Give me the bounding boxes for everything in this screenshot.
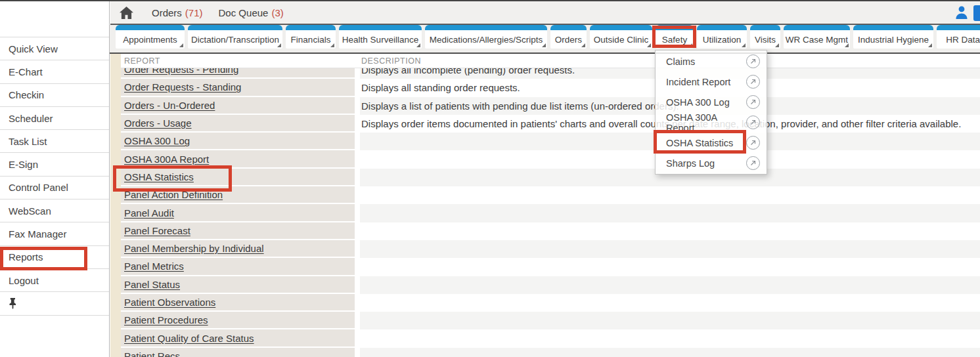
menu-item[interactable]: OSHA 300A Report — [656, 112, 767, 133]
tab-accent-bar — [937, 25, 980, 30]
sidebar-item[interactable]: E-Chart — [0, 60, 109, 83]
report-cell: Order Requests - Standing — [121, 79, 355, 96]
nav-tab[interactable]: Appointments — [116, 25, 185, 52]
sidebar-item[interactable]: Scheduler — [0, 107, 109, 130]
tab-accent-bar — [590, 25, 652, 30]
topbar: Orders (71) Doc Queue (3) — [110, 1, 980, 25]
report-link[interactable]: Panel Metrics — [124, 261, 184, 272]
menu-item[interactable]: Claims — [656, 51, 767, 72]
nav-tab[interactable]: Medications/Allergies/Scripts — [425, 25, 547, 52]
user-badge[interactable] — [973, 5, 980, 21]
nav-tab[interactable]: WR Case Mgmt — [784, 25, 850, 52]
sidebar-item-label: Checkin — [9, 89, 44, 100]
report-description — [360, 294, 980, 312]
tab-accent-bar — [550, 25, 587, 30]
nav-tab[interactable]: Industrial Hygiene — [853, 25, 933, 52]
sidebar-item[interactable]: Reports — [0, 246, 109, 269]
report-cell: OSHA 300A Report — [121, 150, 355, 168]
chevron-down-icon — [416, 43, 420, 47]
report-link[interactable]: Panel Forecast — [124, 225, 190, 236]
sidebar-item-label: Reports — [9, 251, 43, 262]
nav-tab[interactable]: Orders — [550, 25, 587, 52]
report-description — [360, 312, 980, 329]
report-cell: OSHA Statistics — [121, 169, 355, 186]
home-icon[interactable] — [120, 7, 133, 19]
open-in-new-icon[interactable] — [746, 54, 760, 68]
report-link[interactable]: Panel Membership by Individual — [124, 243, 264, 254]
sidebar-item[interactable]: Fax Manager — [0, 222, 109, 245]
report-link[interactable]: Panel Audit — [124, 207, 174, 219]
table-row: Orders - Un-Ordered Displays a list of p… — [121, 97, 980, 115]
nav-tab[interactable]: Health Surveillance — [339, 25, 422, 52]
menu-item-label: OSHA 300A Report — [666, 112, 746, 133]
sidebar-menu: Quick View E-Chart Checkin Scheduler Tas… — [0, 37, 109, 292]
nav-tab[interactable]: Financials — [286, 25, 336, 52]
sidebar-item[interactable]: E-Sign — [0, 153, 109, 176]
sidebar-item[interactable]: Checkin — [0, 84, 109, 107]
open-in-new-icon[interactable] — [746, 156, 760, 170]
column-gap — [355, 115, 360, 133]
chevron-down-icon — [845, 43, 849, 47]
pushpin-icon — [9, 298, 17, 309]
sidebar-item[interactable]: Logout — [0, 269, 109, 292]
sidebar-item[interactable]: WebScan — [0, 200, 109, 222]
report-link[interactable]: Patient Quality of Care Status — [124, 333, 254, 344]
open-in-new-icon[interactable] — [746, 95, 760, 109]
pin-button[interactable] — [0, 292, 109, 315]
report-link[interactable]: Orders - Usage — [124, 117, 192, 129]
table-row: Orders - Usage Displays order items docu… — [121, 115, 980, 133]
open-in-new-icon[interactable] — [746, 75, 760, 89]
sidebar-item[interactable]: Task List — [0, 130, 109, 153]
report-cell: Panel Metrics — [121, 258, 355, 276]
tab-accent-bar — [286, 25, 336, 30]
nav-tab[interactable]: HR Data Fe — [937, 25, 980, 52]
report-link[interactable]: Patient Recs — [124, 350, 180, 357]
report-description — [360, 276, 980, 294]
nav-tab[interactable]: Utilization — [697, 25, 747, 52]
nav-tab[interactable]: Safety — [656, 25, 694, 52]
nav-tab-label: Financials — [291, 35, 331, 45]
report-link[interactable]: Orders - Un-Ordered — [124, 100, 215, 111]
orders-queue-label: Orders — [152, 7, 182, 18]
report-description — [360, 186, 980, 204]
nav-tab-label: Health Surveillance — [342, 35, 418, 45]
report-column-header: REPORT — [121, 56, 360, 66]
sidebar-item-label: Task List — [9, 136, 47, 147]
report-cell: Panel Membership by Individual — [121, 240, 355, 258]
report-link[interactable]: Patient Procedures — [124, 314, 208, 326]
column-gap — [355, 97, 360, 115]
report-link[interactable]: OSHA Statistics — [124, 171, 194, 182]
menu-item[interactable]: Sharps Log — [656, 153, 767, 173]
table-row: OSHA Statistics — [121, 169, 980, 186]
report-link[interactable]: Panel Action Definition — [124, 189, 223, 200]
reports-table: REPORT DESCRIPTION Order Requests - Pend… — [121, 54, 980, 357]
report-link[interactable]: OSHA 300 Log — [124, 135, 190, 146]
doc-queue-tab[interactable]: Doc Queue (3) — [219, 7, 284, 18]
report-link[interactable]: Order Requests - Standing — [124, 81, 241, 93]
sidebar-item[interactable]: Control Panel — [0, 177, 109, 200]
table-row: Panel Action Definition — [121, 186, 980, 204]
report-link[interactable]: Panel Status — [124, 279, 180, 290]
report-cell: OSHA 300 Log — [121, 133, 355, 150]
nav-tab[interactable]: Outside Clinic — [590, 25, 652, 52]
report-description — [360, 329, 980, 347]
report-cell: Patient Procedures — [121, 312, 355, 329]
menu-item[interactable]: OSHA 300 Log — [656, 92, 767, 112]
chevron-down-icon — [330, 43, 334, 47]
nav-tab[interactable]: Dictation/Transcription — [188, 25, 282, 52]
sidebar-item[interactable]: Quick View — [0, 37, 109, 60]
report-link[interactable]: Patient Observations — [124, 297, 215, 308]
sidebar-item-label: E-Chart — [9, 66, 43, 77]
nav-tab[interactable]: Visits — [750, 25, 780, 52]
report-link[interactable]: OSHA 300A Report — [124, 154, 209, 165]
user-icon[interactable] — [954, 5, 969, 20]
column-gap — [355, 133, 360, 150]
orders-queue-tab[interactable]: Orders (71) — [152, 7, 203, 18]
open-in-new-icon[interactable] — [746, 116, 760, 129]
chevron-down-icon — [179, 43, 183, 47]
sidebar-item-label: Logout — [9, 275, 39, 286]
menu-item[interactable]: Incident Report — [656, 72, 767, 92]
report-cell: Patient Observations — [121, 294, 355, 312]
open-in-new-icon[interactable] — [746, 136, 760, 150]
menu-item[interactable]: OSHA Statistics — [656, 133, 767, 153]
